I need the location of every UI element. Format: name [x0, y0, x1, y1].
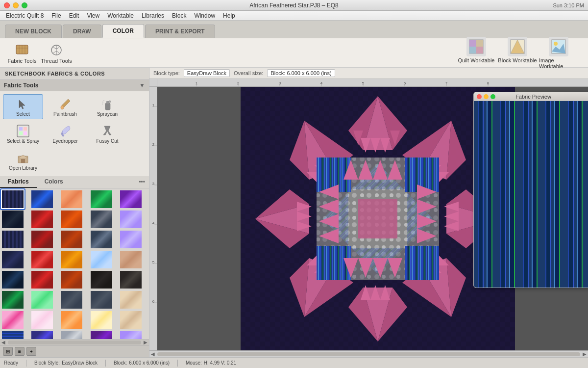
swatch-6[interactable]	[1, 210, 24, 229]
menu-libraries[interactable]: Libraries	[138, 11, 168, 20]
swatch-17[interactable]	[30, 250, 54, 269]
swatch-1[interactable]	[1, 189, 24, 209]
block-style-label: Block Style:	[34, 360, 60, 366]
swatch-28[interactable]	[60, 290, 83, 310]
swatch-23[interactable]	[60, 270, 83, 289]
swatch-20[interactable]	[119, 250, 143, 269]
image-worktable-button[interactable]: Image Worktable	[539, 37, 578, 69]
block-info-bar: Block type: EasyDraw Block Overall size:…	[149, 68, 588, 79]
fp-minimize-icon[interactable]	[484, 94, 489, 99]
swatch-5[interactable]	[119, 189, 143, 209]
swatch-27[interactable]	[30, 290, 54, 310]
more-options-icon[interactable]: •••	[139, 179, 149, 185]
swatch-16[interactable]	[1, 250, 24, 269]
select-spray-tool[interactable]: Select & Spray	[3, 121, 43, 146]
grid-view-button[interactable]: ⊞	[3, 347, 13, 356]
scroll-right-icon[interactable]: ▶	[142, 340, 149, 345]
swatch-25[interactable]	[119, 270, 143, 289]
paintbrush-tool[interactable]: Paintbrush	[45, 94, 85, 119]
swatch-26[interactable]	[1, 290, 24, 310]
menu-file[interactable]: File	[48, 11, 65, 20]
menu-block[interactable]: Block	[168, 11, 190, 20]
tab-draw[interactable]: DRAW	[63, 25, 101, 38]
statusbar: Ready Block Style: EasyDraw Block Block:…	[0, 357, 588, 368]
block-size-value: 6.000 x 6.000 (ins)	[129, 360, 170, 366]
swatch-32[interactable]	[30, 310, 54, 330]
fabric-preview-image	[474, 101, 588, 288]
swatch-10[interactable]	[119, 210, 143, 229]
swatch-40[interactable]	[119, 330, 143, 339]
swatch-14[interactable]	[90, 230, 113, 249]
swatch-39[interactable]	[90, 330, 113, 339]
eyedropper-tool[interactable]: Eyedropper	[45, 121, 85, 146]
menu-view[interactable]: View	[83, 11, 103, 20]
canvas-scroll-right[interactable]: ▶	[581, 351, 588, 358]
status-ready: Ready	[4, 360, 18, 366]
tab-new-block[interactable]: NEW BLOCK	[5, 25, 62, 38]
fabric-tools-header[interactable]: Fabric Tools ▼	[0, 80, 149, 91]
svg-rect-4	[469, 40, 476, 47]
select-tool[interactable]: Select	[3, 94, 43, 119]
list-view-button[interactable]: ≡	[15, 347, 24, 356]
swatch-30[interactable]	[119, 290, 143, 310]
swatch-15[interactable]	[119, 230, 143, 249]
tab-color[interactable]: COLOR	[102, 24, 144, 38]
tab-print-export[interactable]: PRINT & EXPORT	[145, 25, 215, 38]
colors-tab[interactable]: Colors	[37, 176, 71, 188]
swatch-22[interactable]	[30, 270, 54, 289]
canvas-scroll-track[interactable]	[157, 352, 580, 356]
minimize-button[interactable]	[13, 2, 19, 8]
fabrics-tab[interactable]: Fabrics	[0, 176, 37, 188]
swatch-7[interactable]	[30, 210, 54, 229]
swatch-37[interactable]	[30, 330, 54, 339]
swatch-38[interactable]	[60, 330, 83, 339]
swatch-29[interactable]	[90, 290, 113, 310]
select-spray-icon	[15, 124, 31, 138]
quilt-worktable-button[interactable]: Quilt Worktable	[457, 37, 496, 69]
close-button[interactable]	[4, 2, 10, 8]
svg-text:5: 5	[362, 81, 365, 85]
eyedropper-icon	[57, 124, 74, 138]
select-label: Select	[16, 111, 30, 117]
canvas-scroll-left[interactable]: ◀	[149, 351, 156, 358]
swatch-8[interactable]	[60, 210, 83, 229]
block-type-value: EasyDraw Block	[184, 69, 230, 77]
swatch-19[interactable]	[90, 250, 113, 269]
canvas-main[interactable]: Fabric Preview	[157, 87, 588, 350]
select-spray-label: Select & Spray	[7, 138, 39, 144]
swatch-3[interactable]	[60, 189, 83, 209]
swatch-13[interactable]	[60, 230, 83, 249]
swatch-31[interactable]	[1, 310, 24, 330]
swatch-11[interactable]	[1, 230, 24, 249]
open-library-tool[interactable]: Open Library	[3, 148, 43, 173]
swatch-4[interactable]	[90, 189, 113, 209]
scroll-track[interactable]	[8, 341, 141, 344]
fussy-cut-tool[interactable]: Fussy Cut	[87, 121, 127, 146]
swatch-9[interactable]	[90, 210, 113, 229]
thread-tools-button[interactable]: Thread Tools	[39, 40, 74, 66]
swatch-21[interactable]	[1, 270, 24, 289]
menu-worktable[interactable]: Worktable	[103, 11, 138, 20]
swatch-12[interactable]	[30, 230, 54, 249]
swatch-18[interactable]	[60, 250, 83, 269]
swatch-2[interactable]	[30, 189, 54, 209]
swatch-36[interactable]	[1, 330, 24, 339]
fabric-tools-button[interactable]: Fabric Tools	[5, 40, 39, 66]
scroll-left-icon[interactable]: ◀	[0, 340, 7, 345]
spraycan-tool[interactable]: Spraycan	[87, 94, 127, 119]
swatch-24[interactable]	[90, 270, 113, 289]
swatch-35[interactable]	[119, 310, 143, 330]
menu-window[interactable]: Window	[190, 11, 219, 20]
block-worktable-button[interactable]: Block Worktable	[498, 37, 537, 69]
fp-zoom-icon[interactable]	[490, 94, 495, 99]
add-button[interactable]: +	[26, 347, 36, 356]
menu-edit[interactable]: Edit	[65, 11, 83, 20]
swatch-33[interactable]	[60, 310, 83, 330]
fullscreen-button[interactable]	[22, 2, 27, 8]
collapse-icon[interactable]: ▼	[139, 82, 145, 89]
fp-close-icon[interactable]	[477, 94, 482, 99]
menu-help[interactable]: Help	[219, 11, 239, 20]
worktable-buttons: Quilt Worktable Block Worktable Image Wo…	[457, 37, 578, 69]
swatch-34[interactable]	[90, 310, 113, 330]
menu-app[interactable]: Electric Quilt 8	[2, 11, 48, 20]
